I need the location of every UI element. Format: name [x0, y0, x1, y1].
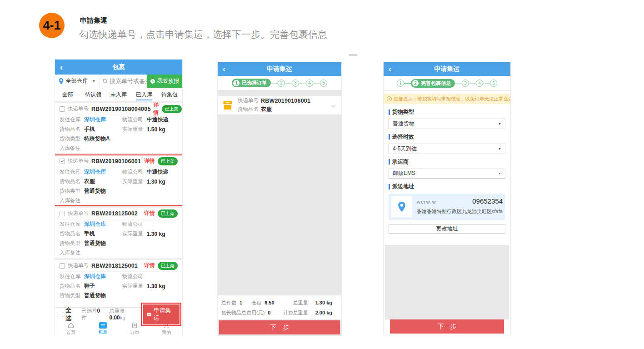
nav-home[interactable]: 首页 [55, 321, 87, 336]
package-list: 快递单号 RBW20190108004005 详情 已上架 发往仓库深圳仓库 物… [55, 101, 182, 307]
chevron-down-icon: ▼ [498, 147, 501, 150]
chevron-down-icon: ▼ [498, 122, 501, 125]
package-checkbox[interactable] [60, 263, 65, 269]
tracking-label: 快递单号 [68, 158, 89, 165]
package-checkbox[interactable] [60, 211, 65, 216]
tracking-number: RBW20190106001 [91, 158, 141, 165]
recipient-phone: 09652354 [472, 197, 503, 205]
appbar-title: 申请集运 [384, 65, 510, 73]
selected-order-card[interactable]: 快递单号RBW20190106001 货物品名衣服 [218, 96, 341, 115]
info-icon: ! [387, 96, 392, 101]
location-pin-icon [59, 78, 64, 85]
step-badge: 4-1 [39, 13, 65, 38]
next-step-button[interactable]: 下一步 [390, 319, 504, 334]
order-list-body: 快递单号RBW20190106001 货物品名衣服 总件数1 仓租6.50 总重… [218, 90, 341, 336]
address-detail: 香港香港特别行政区九龙油尖旺区sfafa [417, 208, 503, 215]
carrier-label: 承运商 [389, 158, 505, 166]
step-2-active: 2 完善包裹信息 [411, 79, 455, 88]
step-2: 2 [278, 80, 285, 87]
carrier-select[interactable]: 邮政EMS▼ [389, 169, 505, 179]
chevron-down-icon[interactable] [331, 103, 336, 108]
box-icon [222, 100, 233, 110]
timeliness-select[interactable]: 4-5天到达▼ [389, 144, 505, 154]
apply-consolidation-button[interactable]: 申请集运 [143, 304, 180, 324]
selected-count: 已选择0件 [81, 308, 105, 321]
detail-link[interactable]: 详情 [154, 101, 159, 117]
address-card[interactable]: werw w 09652354 香港香港特别行政区九龙油尖旺区sfafa [389, 194, 505, 220]
total-weight: 总重量0.00kg [109, 308, 141, 321]
order-icon [131, 322, 138, 329]
step-1-active: 1 已选择订单 [232, 79, 271, 87]
form-content: 货物类型 普通货物▼ 选择时效 4-5天到达▼ 承运商 邮政EMS▼ 派送地址 … [384, 104, 510, 335]
step-3: 3 [292, 80, 299, 87]
page-subtitle: 勾选快递单号，点击申请集运，选择下一步。完善包裹信息 [79, 28, 327, 41]
cargo-type-select[interactable]: 普通货物▼ [389, 119, 505, 129]
selection-footer: 全选 已选择0件 总重量0.00kg 申请集运 [55, 307, 182, 321]
next-step-button[interactable]: 下一步 [219, 320, 340, 334]
detail-link[interactable]: 详情 [144, 262, 155, 269]
delivery-address-label: 派送地址 [389, 183, 505, 190]
step-4: 4 [476, 80, 483, 87]
step-5: 5 [490, 80, 497, 87]
clock-icon [150, 79, 155, 84]
status-badge: 已上架 [158, 262, 178, 270]
step-3: 3 [462, 80, 469, 87]
tracking-label: 快递单号 [68, 105, 89, 112]
select-all-checkbox[interactable] [58, 312, 63, 317]
package-card: 快递单号 RBW20190108004005 详情 已上架 发往仓库深圳仓库 物… [55, 103, 182, 153]
appbar: ‹ 申请集运 [218, 62, 341, 76]
stepper: 1 已选择订单 2 3 4 5 [218, 76, 341, 90]
search-icon [102, 78, 108, 84]
package-card-selected: ✓ 快递单号 RBW20190106001 详情 已上架 发往仓库深圳仓库 物流… [55, 155, 182, 205]
forecast-label: 我要预报 [157, 77, 179, 85]
page-title: 申請集運 [80, 16, 107, 25]
tab-to-pack[interactable]: 待集包 [157, 88, 182, 101]
screen-selected-orders: ‹ 申请集运 1 已选择订单 2 3 4 5 [217, 62, 342, 336]
recipient-name: werw w [417, 199, 436, 204]
package-card: 快递单号 RBW2018125002 详情 已上架 发往仓库深圳仓库 物流公司 … [55, 208, 182, 258]
package-checkbox[interactable] [60, 106, 65, 112]
parcel-icon [146, 312, 152, 317]
tab-bar: 全部 待认领 未入库 已入库 待集包 [55, 88, 182, 101]
chevron-down-icon[interactable]: ▼ [92, 80, 95, 83]
divider-dash [349, 54, 357, 56]
warehouse-link[interactable]: 深圳仓库 [84, 220, 106, 228]
tracking-label: 快递单号 [68, 210, 89, 217]
select-all-label: 全选 [65, 306, 77, 323]
home-icon [67, 322, 75, 329]
tracking-number: RBW2018125001 [91, 263, 138, 269]
warehouse-link[interactable]: 深圳仓库 [84, 116, 106, 124]
back-icon[interactable]: ‹ [60, 63, 63, 71]
package-checkbox-checked[interactable]: ✓ [60, 159, 65, 164]
tab-in-warehouse[interactable]: 已入库 [131, 88, 157, 101]
step-1: 1 [397, 80, 404, 87]
tutorial-page: 4-1 申請集運 勾选快递单号，点击申请集运，选择下一步。完善包裹信息 ‹ 包裹… [0, 0, 644, 349]
location-pin-icon [391, 196, 412, 217]
detail-link[interactable]: 详情 [144, 209, 155, 217]
cargo-type-label: 货物类型 [389, 108, 505, 116]
chevron-down-icon: ▼ [498, 172, 501, 175]
tab-unclaimed[interactable]: 待认领 [80, 88, 106, 101]
nav-package[interactable]: 包裹 [87, 321, 119, 336]
change-address-button[interactable]: 更改地址 [389, 224, 505, 233]
status-badge: 已上架 [162, 105, 182, 113]
back-icon[interactable]: ‹ [223, 65, 225, 73]
warehouse-link[interactable]: 深圳仓库 [84, 168, 106, 176]
stepper: 1 2 完善包裹信息 3 4 5 [384, 76, 510, 91]
detail-link[interactable]: 详情 [144, 157, 155, 165]
screen-package-info: ‹ 申请集运 1 2 完善包裹信息 3 4 5 ! 温馨提示：请如实填写申报信息… [383, 62, 511, 335]
tab-not-in-warehouse[interactable]: 未入库 [106, 88, 131, 101]
step-4: 4 [306, 80, 313, 87]
tab-all[interactable]: 全部 [55, 88, 80, 101]
totals-summary: 总件数1 仓租6.50 总重量1.30 kg 超长物品总费用(元)0 计费总重量… [218, 295, 341, 319]
warehouse-link[interactable]: 深圳仓库 [84, 273, 106, 280]
status-badge: 已上架 [158, 209, 178, 218]
tracking-label: 快递单号 [68, 262, 89, 269]
forecast-button[interactable]: 我要预报 [147, 75, 182, 88]
search-input[interactable]: 搜索单号或备注 [99, 75, 147, 88]
warehouse-select[interactable]: 全部仓库 [66, 77, 88, 85]
back-icon[interactable]: ‹ [389, 65, 391, 73]
step-5: 5 [320, 80, 327, 87]
appbar-title: 申请集运 [218, 65, 341, 73]
package-card: 快递单号 RBW2018125001 详情 已上架 发往仓库深圳仓库 物流公司 … [55, 260, 182, 307]
